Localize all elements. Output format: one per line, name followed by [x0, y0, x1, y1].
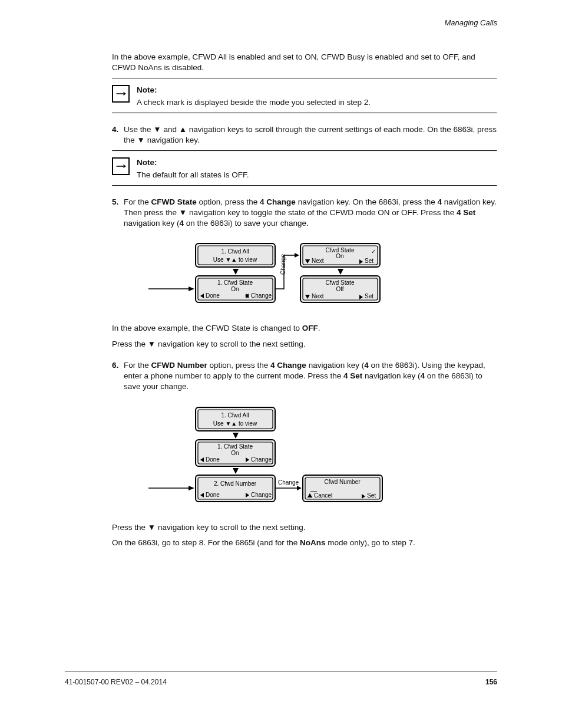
svg-text:On: On: [231, 450, 239, 456]
svg-marker-62: [189, 486, 194, 490]
step-5: 5. For the CFWD State option, press the …: [112, 197, 497, 229]
note2-title: Note:: [137, 157, 249, 168]
svg-text:1. Cfwd All: 1. Cfwd All: [221, 412, 249, 419]
arrow-right-icon: [112, 157, 130, 175]
svg-marker-8: [233, 269, 239, 275]
after-d2-p1: Press the ▼ navigation key to scroll to …: [112, 522, 497, 533]
svg-marker-20: [295, 253, 299, 258]
svg-text:2. Cfwd Number: 2. Cfwd Number: [214, 480, 257, 487]
page-number: 156: [485, 677, 497, 687]
svg-text:Set: Set: [367, 492, 376, 499]
step-text: For the CFWD Number option, press the 4 …: [124, 360, 497, 393]
change-label: Change: [278, 479, 299, 486]
diagram-1: 1. Cfwd All Use ▼▲ to view 1. Cfwd State…: [65, 241, 497, 317]
svg-text:Set: Set: [365, 258, 373, 264]
lcd-box2-cfwd-number: 2. Cfwd Number Done Change: [196, 475, 275, 502]
svg-text:Change: Change: [251, 292, 272, 299]
svg-text:Change: Change: [251, 492, 272, 498]
svg-marker-44: [233, 433, 239, 439]
svg-text:Cfwd State: Cfwd State: [326, 279, 355, 286]
svg-text:1. Cfwd State: 1. Cfwd State: [217, 279, 253, 286]
lcd-box-cfwd-state-on-set: Cfwd State On ✓ Next Set: [300, 243, 380, 267]
svg-text:Off: Off: [336, 286, 343, 292]
section-title: Managing Calls: [444, 18, 497, 28]
step-number: 5.: [112, 197, 124, 229]
svg-text:Done: Done: [206, 292, 220, 299]
svg-marker-53: [233, 468, 239, 474]
note-block-2: Note: The default for all states is OFF.: [112, 150, 497, 186]
lcd-box-cfwd-state-off: Cfwd State Off Next Set: [300, 276, 380, 302]
svg-text:Next: Next: [312, 258, 324, 264]
change-label: Change: [280, 254, 286, 275]
doc-id: 41-001507-00 REV02 – 04.2014: [65, 677, 167, 687]
svg-marker-1: [124, 92, 127, 95]
step-number: 4.: [112, 124, 124, 146]
svg-text:Next: Next: [312, 293, 324, 299]
svg-text:On: On: [231, 286, 239, 292]
intro-text: In the above example, CFWD All is enable…: [112, 52, 497, 73]
svg-text:Done: Done: [206, 492, 220, 498]
svg-text:__: __: [310, 485, 318, 492]
note1-body: A check mark is displayed beside the mod…: [137, 97, 371, 108]
step-text: For the CFWD State option, press the 4 C…: [124, 197, 497, 229]
svg-text:✓: ✓: [371, 248, 376, 255]
svg-text:Use ▼▲ to view: Use ▼▲ to view: [213, 420, 257, 427]
step-text: Use the ▼ and ▲ navigation keys to scrol…: [124, 124, 497, 146]
svg-text:Done: Done: [206, 456, 220, 463]
note2-body: The default for all states is OFF.: [137, 170, 249, 180]
note-block-1: Note: A check mark is displayed beside t…: [112, 78, 497, 113]
after-d2-p2: On the 6863i, go to step 8. For the 6865…: [112, 538, 497, 548]
lcd-box-cfwd-state-on: 1. Cfwd State On Done Change: [196, 276, 275, 302]
svg-text:Use ▼▲ to view: Use ▼▲ to view: [213, 256, 257, 263]
lcd-box2-cfwd-state: 1. Cfwd State On Done Change: [196, 440, 275, 466]
lcd-box2-cfwd-number-entry: Cfwd Number __ Cancel Set: [303, 475, 382, 502]
svg-marker-19: [189, 286, 194, 291]
lcd-box-cfwd-all: 1. Cfwd All Use ▼▲ to view: [196, 243, 275, 267]
svg-text:Set: Set: [365, 293, 373, 299]
svg-marker-3: [124, 164, 127, 168]
lcd-box2-cfwd-all: 1. Cfwd All Use ▼▲ to view: [196, 407, 275, 431]
step-number: 6.: [112, 360, 124, 393]
svg-text:On: On: [336, 253, 343, 259]
after-d1-p1: In the above example, the CFWD State is …: [112, 323, 497, 334]
step-4: 4. Use the ▼ and ▲ navigation keys to sc…: [112, 124, 497, 146]
svg-text:Cfwd Number: Cfwd Number: [324, 479, 361, 485]
arrow-right-icon: [112, 85, 130, 103]
svg-text:Change: Change: [251, 456, 272, 463]
svg-text:1. Cfwd State: 1. Cfwd State: [217, 443, 253, 450]
page-footer: 41-001507-00 REV02 – 04.2014 156: [65, 671, 497, 687]
after-d1-p2: Press the ▼ navigation key to scroll to …: [112, 339, 497, 350]
svg-marker-31: [338, 269, 343, 275]
note1-title: Note:: [137, 85, 371, 95]
svg-text:1. Cfwd All: 1. Cfwd All: [221, 248, 249, 255]
diagram-2: 1. Cfwd All Use ▼▲ to view 1. Cfwd State…: [65, 404, 497, 516]
svg-marker-64: [297, 486, 302, 490]
svg-text:Cancel: Cancel: [314, 492, 332, 499]
step-6: 6. For the CFWD Number option, press the…: [112, 360, 497, 393]
